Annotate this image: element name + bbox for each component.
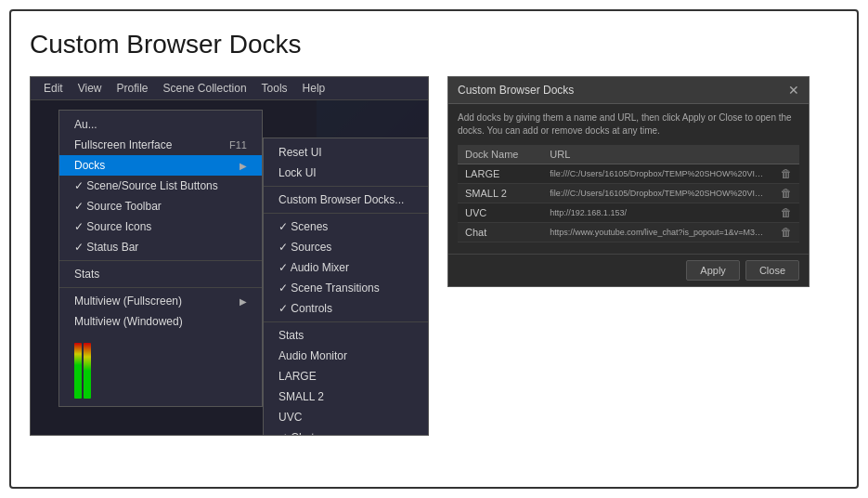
menu-item-small2[interactable]: SMALL 2	[264, 387, 428, 407]
trash-icon[interactable]: 🗑	[781, 167, 792, 180]
dialog-close-button[interactable]: ✕	[788, 83, 799, 98]
dialog-body: Add docks by giving them a name and URL,…	[448, 104, 809, 250]
docks-dialog: Custom Browser Docks ✕ Add docks by givi…	[447, 76, 810, 287]
menu-profile[interactable]: Profile	[109, 80, 155, 97]
obs-content: Au... Fullscreen Interface F11 Docks ▶ ✓…	[31, 100, 428, 435]
col-header-url: URL	[542, 145, 773, 164]
menu-item-controls[interactable]: ✓ Controls	[264, 298, 428, 319]
menu-item-fullscreen[interactable]: Fullscreen Interface F11	[59, 135, 262, 155]
docks-table: Dock Name URL LARGE file:///C:/Users/161…	[458, 145, 799, 242]
menu-item-lock-ui[interactable]: Lock UI	[264, 163, 428, 183]
menu-item-audio-monitor[interactable]: Audio Monitor	[264, 346, 428, 366]
dock-delete-small2[interactable]: 🗑	[773, 184, 799, 203]
level-bars	[59, 339, 262, 402]
menu-view[interactable]: View	[71, 80, 110, 97]
dialog-title: Custom Browser Docks	[458, 84, 574, 97]
dock-delete-uvc[interactable]: 🗑	[773, 203, 799, 223]
dialog-titlebar: Custom Browser Docks ✕	[448, 77, 809, 104]
outer-border: Custom Browser Docks Edit View Profile S…	[9, 9, 859, 489]
dock-name-large[interactable]: LARGE	[458, 164, 542, 184]
obs-main-menu: Au... Fullscreen Interface F11 Docks ▶ ✓…	[31, 100, 428, 435]
table-row: LARGE file:///C:/Users/16105/Dropbox/TEM…	[458, 164, 799, 184]
menu-item-scenes[interactable]: ✓ Scenes	[264, 216, 428, 237]
menu-panel-1: Au... Fullscreen Interface F11 Docks ▶ ✓…	[58, 110, 263, 407]
separator-2	[59, 287, 262, 288]
dock-name-uvc[interactable]: UVC	[458, 203, 542, 223]
col-header-action	[773, 145, 799, 164]
menu-item-source-toolbar[interactable]: ✓ Source Toolbar	[59, 196, 262, 216]
table-row: SMALL 2 file:///C:/Users/16105/Dropbox/T…	[458, 184, 799, 203]
dock-url-uvc[interactable]: http://192.168.1.153/	[542, 203, 773, 223]
dock-name-chat[interactable]: Chat	[458, 223, 542, 242]
close-button[interactable]: Close	[745, 260, 799, 281]
menu-item-reset-ui[interactable]: Reset UI	[264, 142, 428, 163]
menu-item-stats[interactable]: Stats	[59, 264, 262, 284]
col-header-name: Dock Name	[458, 145, 542, 164]
dock-delete-large[interactable]: 🗑	[773, 164, 799, 184]
menu-item-stats-2[interactable]: Stats	[264, 325, 428, 346]
menu-item-source-icons[interactable]: ✓ Source Icons	[59, 216, 262, 237]
menu-item-status-bar[interactable]: ✓ Status Bar	[59, 237, 262, 257]
panel2-sep1	[264, 186, 428, 187]
menu-tools[interactable]: Tools	[254, 80, 295, 97]
menu-item-large[interactable]: LARGE	[264, 366, 428, 387]
obs-menu-container: Edit View Profile Scene Collection Tools…	[30, 76, 429, 436]
dialog-description: Add docks by giving them a name and URL,…	[458, 111, 799, 138]
menu-item-audio-mixer[interactable]: ✓ Audio Mixer	[264, 257, 428, 278]
trash-icon[interactable]: 🗑	[781, 187, 792, 200]
menu-help[interactable]: Help	[295, 80, 333, 97]
menu-scene-collection[interactable]: Scene Collection	[156, 80, 254, 97]
dock-delete-chat[interactable]: 🗑	[773, 223, 799, 242]
table-row: UVC http://192.168.1.153/ 🗑	[458, 203, 799, 223]
menu-panel-2: Reset UI Lock UI Custom Browser Docks...…	[263, 138, 428, 435]
panel2-sep2	[264, 213, 428, 214]
menu-item-docks[interactable]: Docks ▶	[59, 155, 262, 176]
obs-menubar: Edit View Profile Scene Collection Tools…	[31, 77, 428, 100]
menu-item-au[interactable]: Au...	[59, 114, 262, 135]
menu-item-scene-transitions[interactable]: ✓ Scene Transitions	[264, 278, 428, 298]
dialog-footer: Apply Close	[448, 254, 809, 286]
dock-url-small2[interactable]: file:///C:/Users/16105/Dropbox/TEMP%20SH…	[542, 184, 773, 203]
menu-item-custom-browser-docks[interactable]: Custom Browser Docks...	[264, 190, 428, 210]
menu-item-sources[interactable]: ✓ Sources	[264, 237, 428, 257]
page-title: Custom Browser Docks	[30, 30, 838, 59]
menu-edit[interactable]: Edit	[36, 80, 71, 97]
menu-item-multiview-windowed[interactable]: Multiview (Windowed)	[59, 311, 262, 332]
menu-item-chat[interactable]: ✓ Chat	[264, 427, 428, 435]
panel2-sep3	[264, 321, 428, 322]
dock-name-small2[interactable]: SMALL 2	[458, 184, 542, 203]
content-area: Edit View Profile Scene Collection Tools…	[30, 76, 838, 436]
menu-item-multiview-fullscreen[interactable]: Multiview (Fullscreen) ▶	[59, 291, 262, 311]
apply-button[interactable]: Apply	[686, 260, 740, 281]
dock-url-large[interactable]: file:///C:/Users/16105/Dropbox/TEMP%20SH…	[542, 164, 773, 184]
trash-icon[interactable]: 🗑	[781, 226, 792, 239]
menu-item-scene-source-buttons[interactable]: ✓ Scene/Source List Buttons	[59, 176, 262, 196]
table-row: Chat https://www.youtube.com/live_chat?i…	[458, 223, 799, 242]
dock-url-chat[interactable]: https://www.youtube.com/live_chat?is_pop…	[542, 223, 773, 242]
separator-1	[59, 260, 262, 261]
menu-item-uvc[interactable]: UVC	[264, 407, 428, 427]
trash-icon[interactable]: 🗑	[781, 206, 792, 219]
